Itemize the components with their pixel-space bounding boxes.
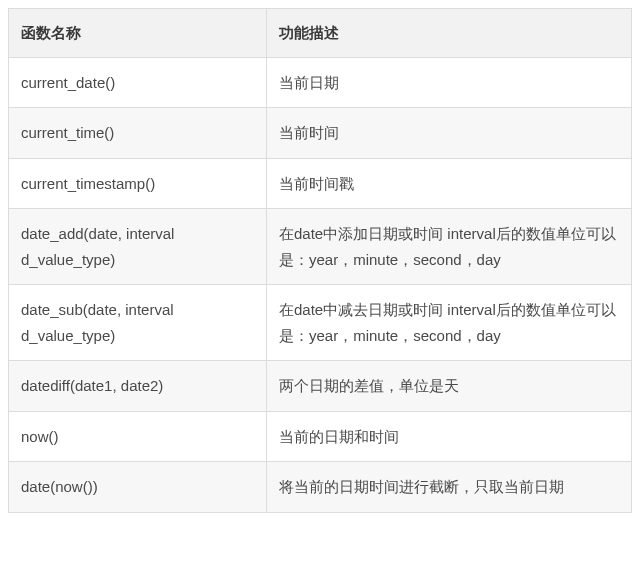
cell-fn: current_timestamp() <box>9 158 267 209</box>
cell-fn: now() <box>9 411 267 462</box>
cell-desc: 将当前的日期时间进行截断，只取当前日期 <box>267 462 632 513</box>
cell-fn: current_date() <box>9 57 267 108</box>
cell-desc: 当前的日期和时间 <box>267 411 632 462</box>
cell-fn: date_sub(date, interval d_value_type) <box>9 285 267 361</box>
table-header-row: 函数名称 功能描述 <box>9 9 632 58</box>
cell-desc: 在date中减去日期或时间 interval后的数值单位可以是：year，min… <box>267 285 632 361</box>
header-fn: 函数名称 <box>9 9 267 58</box>
cell-desc: 当前时间戳 <box>267 158 632 209</box>
table-row: current_date() 当前日期 <box>9 57 632 108</box>
header-desc: 功能描述 <box>267 9 632 58</box>
cell-fn: current_time() <box>9 108 267 159</box>
cell-fn: date(now()) <box>9 462 267 513</box>
table-row: date_add(date, interval d_value_type) 在d… <box>9 209 632 285</box>
table-row: datediff(date1, date2) 两个日期的差值，单位是天 <box>9 361 632 412</box>
cell-desc: 当前时间 <box>267 108 632 159</box>
table-row: date_sub(date, interval d_value_type) 在d… <box>9 285 632 361</box>
cell-fn: datediff(date1, date2) <box>9 361 267 412</box>
table-row: now() 当前的日期和时间 <box>9 411 632 462</box>
cell-desc: 当前日期 <box>267 57 632 108</box>
table-row: current_time() 当前时间 <box>9 108 632 159</box>
cell-fn: date_add(date, interval d_value_type) <box>9 209 267 285</box>
table-row: date(now()) 将当前的日期时间进行截断，只取当前日期 <box>9 462 632 513</box>
functions-table: 函数名称 功能描述 current_date() 当前日期 current_ti… <box>8 8 632 513</box>
cell-desc: 两个日期的差值，单位是天 <box>267 361 632 412</box>
table-row: current_timestamp() 当前时间戳 <box>9 158 632 209</box>
cell-desc: 在date中添加日期或时间 interval后的数值单位可以是：year，min… <box>267 209 632 285</box>
functions-table-container: 函数名称 功能描述 current_date() 当前日期 current_ti… <box>8 8 631 513</box>
